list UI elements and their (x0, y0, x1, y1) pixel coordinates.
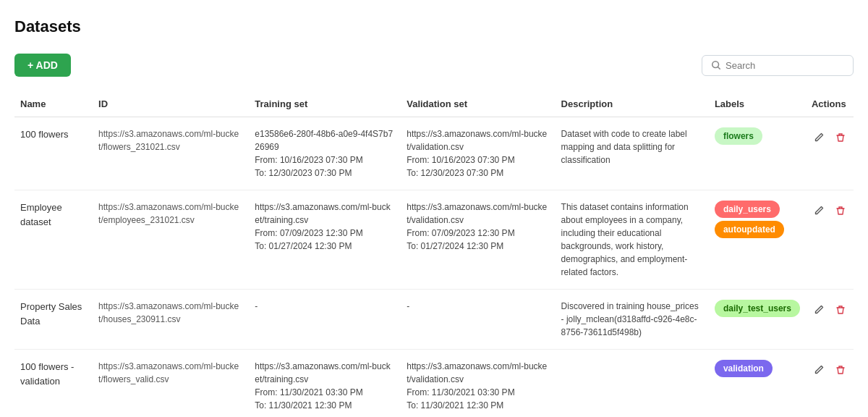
delete-icon (835, 132, 846, 143)
cell-actions (806, 190, 854, 290)
cell-labels: validation (709, 350, 806, 418)
delete-button[interactable] (833, 130, 848, 145)
cell-validation-set: https://s3.amazonaws.com/ml-bucket/valid… (401, 190, 555, 290)
cell-actions (806, 290, 854, 350)
actions-wrap (812, 201, 848, 218)
cell-name: Employee dataset (14, 190, 93, 290)
svg-line-1 (718, 67, 720, 69)
table-row: 100 flowershttps://s3.amazonaws.com/ml-b… (14, 117, 854, 190)
delete-button[interactable] (833, 303, 848, 317)
cell-training-set: e13586e6-280f-48b6-a0e9-4f4S7b726969From… (249, 117, 401, 190)
edit-icon (813, 364, 825, 376)
datasets-table: Name ID Training set Validation set Desc… (14, 91, 854, 417)
col-header-labels: Labels (709, 91, 806, 117)
table-row: Property Sales Datahttps://s3.amazonaws.… (14, 290, 854, 350)
col-header-name: Name (14, 91, 93, 117)
label-badge: validation (715, 360, 773, 377)
edit-icon (813, 205, 825, 216)
cell-id: https://s3.amazonaws.com/ml-bucket/emplo… (93, 190, 249, 290)
cell-training-set: - (249, 290, 401, 350)
cell-name: Property Sales Data (14, 290, 93, 350)
page-title: Datasets (14, 17, 854, 36)
table-row: Employee datasethttps://s3.amazonaws.com… (14, 190, 854, 290)
col-header-actions: Actions (806, 91, 854, 117)
delete-button[interactable] (833, 203, 848, 218)
edit-button[interactable] (812, 203, 826, 218)
search-input[interactable] (726, 60, 844, 71)
cell-name: 100 flowers (14, 117, 93, 190)
toolbar: + ADD (14, 54, 854, 77)
label-badge: daily_test_users (715, 300, 800, 317)
edit-button[interactable] (812, 130, 826, 145)
cell-validation-set: - (401, 290, 555, 350)
cell-description: Discovered in training house_prices - jo… (556, 290, 709, 350)
cell-labels: daily_usersautoupdated (709, 190, 806, 290)
edit-button[interactable] (812, 363, 826, 377)
label-badge: flowers (715, 127, 762, 145)
cell-labels: daily_test_users (709, 290, 806, 350)
cell-description: This dataset contains information about … (556, 190, 709, 290)
label-badge: daily_users (715, 201, 780, 218)
cell-validation-set: https://s3.amazonaws.com/ml-bucket/valid… (401, 117, 555, 190)
cell-id: https://s3.amazonaws.com/ml-bucket/flowe… (93, 117, 249, 190)
edit-icon (813, 132, 825, 143)
cell-training-set: https://s3.amazonaws.com/ml-bucket/train… (249, 190, 401, 290)
col-header-id: ID (93, 91, 249, 117)
delete-icon (835, 304, 846, 316)
col-header-validation: Validation set (401, 91, 555, 117)
cell-labels: flowers (709, 117, 806, 190)
label-badge: autoupdated (715, 221, 784, 238)
search-box (702, 55, 854, 76)
delete-icon (835, 205, 846, 216)
actions-wrap (812, 360, 848, 377)
cell-description: Dataset with code to create label mappin… (556, 117, 709, 190)
add-button[interactable]: + ADD (14, 54, 71, 77)
col-header-description: Description (556, 91, 709, 117)
actions-wrap (812, 300, 848, 317)
cell-id: https://s3.amazonaws.com/ml-bucket/flowe… (93, 350, 249, 418)
cell-training-set: https://s3.amazonaws.com/ml-bucket/train… (249, 350, 401, 418)
actions-wrap (812, 127, 848, 145)
table-row: 100 flowers - validationhttps://s3.amazo… (14, 350, 854, 418)
search-icon (711, 60, 721, 70)
col-header-training: Training set (249, 91, 401, 117)
cell-validation-set: https://s3.amazonaws.com/ml-bucket/valid… (401, 350, 555, 418)
cell-actions (806, 350, 854, 418)
cell-actions (806, 117, 854, 190)
delete-icon (835, 364, 846, 376)
cell-name: 100 flowers - validation (14, 350, 93, 418)
delete-button[interactable] (833, 363, 848, 377)
cell-description (556, 350, 709, 418)
cell-id: https://s3.amazonaws.com/ml-bucket/house… (93, 290, 249, 350)
edit-icon (813, 304, 825, 316)
edit-button[interactable] (812, 303, 826, 317)
